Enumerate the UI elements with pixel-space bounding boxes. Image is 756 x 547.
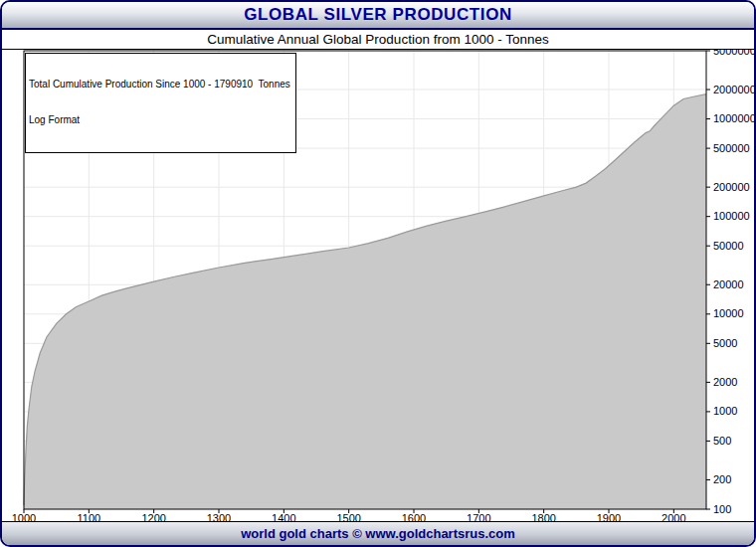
x-axis-label: 1200 <box>141 512 165 522</box>
y-axis-label: 2000000 <box>713 84 754 95</box>
x-axis-label: 1100 <box>78 512 101 522</box>
chart-subtitle: Cumulative Annual Global Production from… <box>207 32 548 47</box>
chart-window: GLOBAL SILVER PRODUCTION Cumulative Annu… <box>0 0 756 547</box>
x-axis-label: 1400 <box>272 512 295 522</box>
x-axis-label: 1700 <box>467 512 490 522</box>
page-title: GLOBAL SILVER PRODUCTION <box>244 5 512 25</box>
y-axis-label: 100 <box>713 503 731 515</box>
y-axis-label: 50000 <box>713 240 744 252</box>
y-axis-label: 20000 <box>713 278 744 290</box>
x-axis-label: 1900 <box>597 512 621 522</box>
x-axis-label: 1600 <box>402 512 426 522</box>
x-axis-label: 1300 <box>207 512 231 522</box>
y-axis-label: 200000 <box>713 181 750 193</box>
y-axis-label: 500000 <box>713 142 750 154</box>
y-axis-label: 1000000 <box>713 112 754 124</box>
x-axis-label: 1000 <box>12 512 36 522</box>
chart-annotation-box: Total Cumulative Production Since 1000 -… <box>25 53 296 153</box>
x-axis-label: 1500 <box>336 512 360 522</box>
y-axis-label: 10000 <box>713 307 744 319</box>
annotation-log-format: Log Format <box>29 114 290 126</box>
chart-area: 1000110012001300140015001600170018001900… <box>2 50 754 521</box>
annotation-total: Total Cumulative Production Since 1000 -… <box>29 79 290 91</box>
y-axis-label: 200 <box>713 473 731 485</box>
title-bar: GLOBAL SILVER PRODUCTION <box>2 2 754 30</box>
chart-subtitle-row: Cumulative Annual Global Production from… <box>2 30 754 50</box>
footer-credit: world gold charts © www.goldchartsrus.co… <box>241 526 515 541</box>
y-axis-label: 100000 <box>713 210 750 222</box>
y-axis-label: 500 <box>713 435 731 447</box>
x-axis-label: 2000 <box>662 512 685 522</box>
footer-bar: world gold charts © www.goldchartsrus.co… <box>2 521 754 545</box>
y-axis-label: 5000000 <box>713 50 754 57</box>
y-axis-label: 5000 <box>713 337 737 349</box>
y-axis-label: 1000 <box>713 405 737 417</box>
y-axis-label: 2000 <box>713 376 737 388</box>
x-axis-label: 1800 <box>531 512 555 522</box>
